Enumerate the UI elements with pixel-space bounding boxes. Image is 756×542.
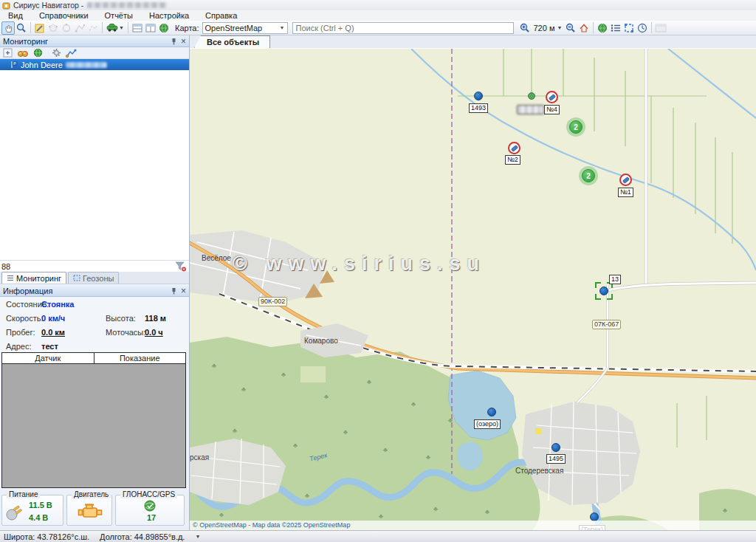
split-horizontal-button[interactable] (131, 21, 144, 35)
polyline-edit-icon (75, 23, 85, 33)
map-tab-all-objects[interactable]: Все объекты (194, 35, 270, 48)
add-polygon-button[interactable] (47, 21, 60, 35)
sensors-table: Датчик Показание (1, 352, 186, 488)
power-gauge-label: Питание (7, 490, 40, 498)
vehicle-menu-button[interactable]: ▼ (105, 21, 126, 35)
no-signal-marker-n1[interactable] (619, 174, 632, 186)
add-circle-button[interactable] (60, 21, 73, 35)
expand-all-button[interactable] (3, 48, 13, 58)
caret-down-icon[interactable]: ▼ (195, 534, 200, 539)
cluster-marker[interactable]: 2 (566, 117, 585, 137)
binoculars-search-icon[interactable] (17, 49, 29, 58)
gps-gauge-label: ГЛОНАСС/GPS (120, 490, 177, 498)
info-panel-body: Состояние: Стоянка Скорость: 0 км/ч Высо… (0, 297, 189, 352)
tree-symbol: ♣ (379, 512, 383, 520)
sensors-col-value[interactable]: Показание (94, 353, 186, 363)
plug-icon (622, 176, 629, 182)
polyline-icon (88, 23, 98, 33)
scale-select[interactable]: 720 м ▼ (532, 22, 565, 34)
place-cut-town: рская (190, 453, 209, 462)
sensors-col-name[interactable]: Датчик (2, 353, 94, 363)
tab-geozones[interactable]: Геозоны (68, 272, 119, 284)
map-label-13[interactable]: 13 (609, 275, 621, 284)
legend-list-button[interactable] (609, 21, 622, 35)
no-signal-marker-n2[interactable] (508, 142, 520, 154)
speed-label: Скорость: (6, 314, 44, 323)
plug-icon (511, 145, 518, 151)
tree-item-vehicle[interactable]: P John Deere (0, 59, 189, 70)
map-select-label: Карта: (175, 24, 199, 32)
map-label-1495[interactable]: 1495 (546, 454, 566, 464)
settings-gear-icon[interactable] (52, 48, 61, 58)
edit-geozone-button[interactable] (33, 21, 47, 35)
map-marker-1495[interactable] (551, 443, 560, 452)
filter-input[interactable] (0, 261, 175, 272)
edit-line-button[interactable] (73, 21, 86, 35)
fit-selection-button[interactable] (622, 21, 636, 35)
engine-gauge: Двигатель (66, 495, 112, 526)
pan-tool-button[interactable] (1, 21, 15, 35)
pin-icon[interactable] (171, 38, 177, 45)
map-provider-value: OpenStreetMap (205, 24, 263, 32)
panel-toggle-button[interactable] (654, 21, 667, 35)
circle-shape-icon (61, 23, 72, 33)
menu-view[interactable]: Вид (0, 11, 31, 20)
hours-value[interactable]: 0.0 ч (145, 328, 163, 337)
status-bar: Широта: 43.78126°с.ш. Долгота: 44.89855°… (0, 530, 756, 542)
zoom-out-button[interactable] (564, 21, 577, 35)
map-label-n4[interactable]: №4 (544, 105, 560, 114)
cluster-count: 2 (582, 169, 595, 182)
show-on-map-globe-icon[interactable] (33, 48, 43, 58)
status-longitude: Долгота: 44.89855°в.д. (100, 532, 185, 541)
polygon-icon (48, 23, 58, 33)
add-line-button[interactable] (86, 21, 100, 35)
home-view-button[interactable] (577, 21, 591, 35)
map-attribution: © OpenStreetMap - Map data ©2025 OpenStr… (190, 521, 756, 530)
hours-label: Моточасы: (106, 328, 145, 337)
search-input[interactable] (292, 22, 514, 34)
map-label-n1[interactable]: №1 (618, 188, 633, 197)
map-provider-select[interactable]: OpenStreetMap ▼ (202, 22, 288, 34)
tree-symbol: ♣ (343, 428, 348, 436)
tree-symbol: ♣ (383, 446, 388, 453)
map-label-n2[interactable]: №2 (505, 155, 520, 165)
menu-directories[interactable]: Справочники (31, 11, 97, 20)
menu-help[interactable]: Справка (197, 11, 245, 20)
selected-vehicle-marker[interactable] (599, 287, 608, 295)
tree-symbol: ♣ (426, 453, 430, 461)
tab-monitoring[interactable]: Мониторинг (1, 272, 66, 284)
zoom-in-button[interactable] (518, 21, 532, 35)
no-signal-marker-n4[interactable] (546, 91, 558, 103)
menu-reports[interactable]: Отчёты (97, 11, 141, 20)
tree-symbol: ♣ (448, 416, 453, 424)
satellites-count: 17 (147, 513, 156, 522)
history-clock-button[interactable] (636, 21, 649, 35)
watermark: © www.sirius.su (233, 253, 486, 275)
map-label-1493[interactable]: 1493 (469, 103, 488, 113)
map-layers-button[interactable] (157, 21, 171, 35)
mileage-value[interactable]: 0.0 км (41, 328, 65, 337)
online-map-button[interactable] (596, 21, 609, 35)
clear-filter-icon[interactable] (175, 261, 187, 272)
magnifier-plus-icon (520, 23, 530, 33)
pin-icon[interactable] (171, 287, 177, 295)
track-route-icon[interactable] (66, 48, 77, 58)
monitoring-panel-title: Мониторинг (3, 37, 48, 46)
redacted-map-label[interactable] (517, 105, 544, 114)
map-canvas[interactable]: ♣ ♣ ♣ ♣ ♣ ♣ ♣ ♣ ♣ ♣ ♣ ♣ ♣ ♣ ♣ ♣ ♣ ♣ Весё… (190, 49, 756, 530)
map-marker-point-1493[interactable] (474, 92, 483, 100)
map-marker-lake[interactable] (487, 408, 496, 416)
close-panel-icon[interactable]: × (181, 38, 186, 45)
close-panel-icon[interactable]: × (181, 287, 186, 295)
map-marker-green-point[interactable] (528, 92, 535, 100)
status-latitude: Широта: 43.78126°с.ш. (4, 532, 89, 541)
road-shield-07k067: 07К-067 (592, 320, 621, 329)
menu-settings[interactable]: Настройка (141, 11, 197, 20)
selection-rect-icon (624, 23, 634, 33)
zoom-tool-button[interactable] (15, 21, 28, 35)
hand-icon (3, 23, 13, 33)
cluster-marker[interactable]: 2 (579, 166, 598, 185)
split-vertical-button[interactable] (144, 21, 157, 35)
map-label-lake[interactable]: (озеро) (474, 419, 501, 429)
map-tab-label: Все объекты (207, 38, 259, 47)
